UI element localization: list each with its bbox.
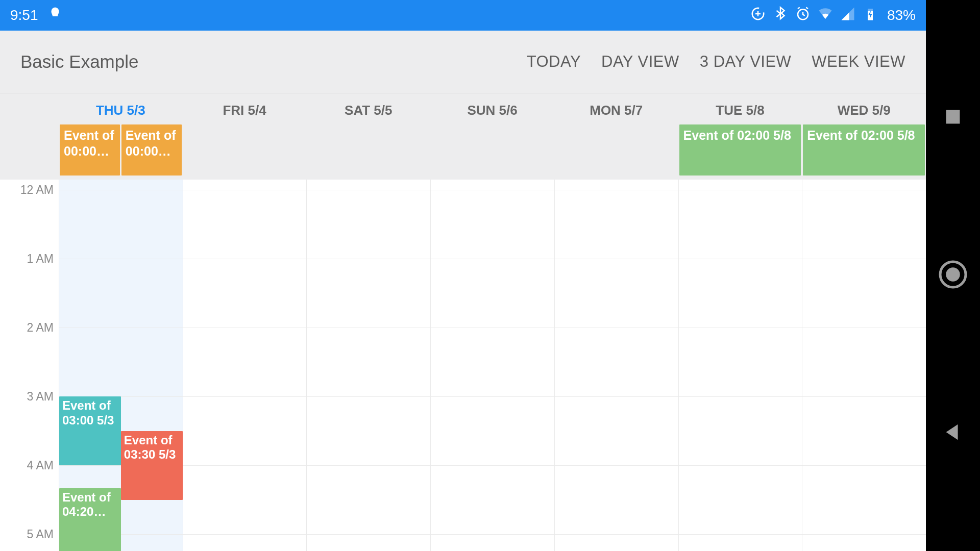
- calendar-event[interactable]: Event of 03:00 5/3: [59, 396, 121, 465]
- today-button[interactable]: TODAY: [527, 53, 581, 71]
- day-header[interactable]: SAT 5/5: [306, 93, 430, 123]
- bluetooth-icon: [773, 6, 788, 25]
- battery-text: 83%: [887, 7, 916, 23]
- day-column[interactable]: Event of 03:00 5/3Event of 03:30 5/3Even…: [59, 180, 183, 551]
- day-column[interactable]: [306, 180, 430, 551]
- day-column[interactable]: [183, 180, 307, 551]
- all-day-event[interactable]: Event of 00:00…: [121, 124, 182, 176]
- time-grid[interactable]: 12 AM1 AM2 AM3 AM4 AM5 AM Event of 03:00…: [0, 180, 926, 551]
- cell-signal-icon: [840, 6, 855, 25]
- all-day-cell: [183, 123, 307, 180]
- day-column[interactable]: [430, 180, 554, 551]
- time-label: 12 AM: [0, 183, 54, 197]
- 3day-view-button[interactable]: 3 DAY VIEW: [700, 53, 792, 71]
- android-status-bar: 9:51: [0, 0, 926, 31]
- all-day-event[interactable]: Event of 02:00 5/8: [679, 124, 801, 176]
- nav-home-button[interactable]: [938, 259, 968, 292]
- week-view-button[interactable]: WEEK VIEW: [812, 53, 905, 71]
- app-bar: Basic Example TODAY DAY VIEW 3 DAY VIEW …: [0, 31, 926, 93]
- day-header[interactable]: MON 5/7: [554, 93, 678, 123]
- day-header[interactable]: FRI 5/4: [183, 93, 307, 123]
- day-header[interactable]: WED 5/9: [802, 93, 926, 123]
- all-day-cell: [306, 123, 430, 180]
- nav-recents-button[interactable]: [941, 105, 965, 131]
- all-day-cell: Event of 02:00 5/8: [802, 123, 926, 180]
- time-label: 5 AM: [0, 528, 54, 541]
- day-header[interactable]: THU 5/3: [59, 93, 183, 123]
- time-label: 1 AM: [0, 252, 54, 266]
- wifi-icon: [818, 6, 833, 25]
- all-day-cell: Event of 02:00 5/8: [678, 123, 802, 180]
- svg-point-4: [946, 267, 960, 282]
- all-day-cell: [430, 123, 554, 180]
- all-day-cell: [554, 123, 678, 180]
- calendar-event[interactable]: Event of 03:30 5/3: [121, 431, 183, 500]
- all-day-event[interactable]: Event of 02:00 5/8: [803, 124, 925, 176]
- all-day-row: Event of 00:00…Event of 00:00…Event of 0…: [0, 123, 926, 180]
- time-label: 4 AM: [0, 459, 54, 472]
- time-label: 2 AM: [0, 321, 54, 335]
- status-time: 9:51: [10, 7, 38, 23]
- time-label: 3 AM: [0, 390, 54, 404]
- all-day-cell: Event of 00:00…Event of 00:00…: [59, 123, 183, 180]
- app-notification-icon: [47, 6, 63, 25]
- day-view-button[interactable]: DAY VIEW: [601, 53, 679, 71]
- day-header-row: THU 5/3FRI 5/4SAT 5/5SUN 5/6MON 5/7TUE 5…: [0, 93, 926, 123]
- alarm-icon: [795, 6, 811, 25]
- day-column[interactable]: [678, 180, 802, 551]
- battery-charging-icon: [863, 6, 878, 25]
- svg-rect-2: [946, 110, 960, 124]
- day-column[interactable]: [802, 180, 926, 551]
- calendar-event[interactable]: Event of 04:20…: [59, 488, 121, 551]
- all-day-event[interactable]: Event of 00:00…: [60, 124, 120, 176]
- data-saver-icon: [750, 6, 766, 25]
- day-column[interactable]: [554, 180, 678, 551]
- nav-back-button[interactable]: [941, 420, 965, 446]
- day-header[interactable]: TUE 5/8: [678, 93, 802, 123]
- day-header[interactable]: SUN 5/6: [430, 93, 554, 123]
- android-nav-bar: [926, 0, 980, 551]
- page-title: Basic Example: [20, 52, 138, 72]
